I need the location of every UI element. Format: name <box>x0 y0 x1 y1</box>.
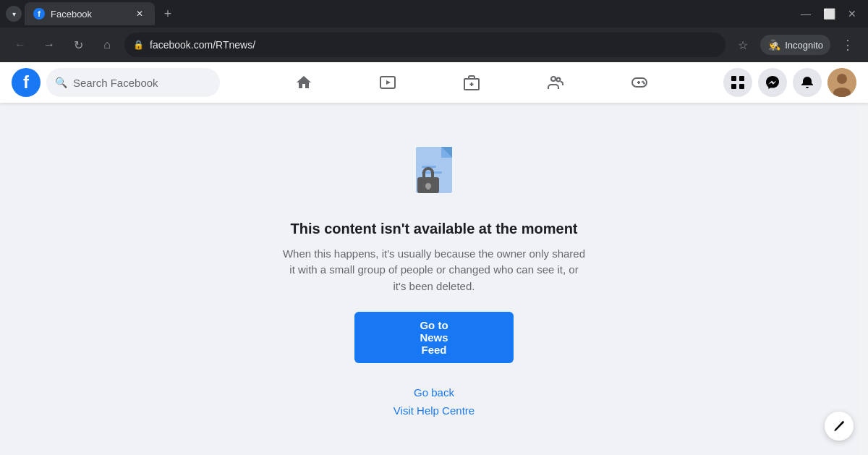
user-avatar[interactable] <box>827 68 856 97</box>
tab-dropdown-icon: ▾ <box>12 10 16 18</box>
address-text: facebook.com/RTnews/ <box>150 39 717 51</box>
notifications-button[interactable] <box>793 68 822 97</box>
incognito-button[interactable]: 🕵 Incognito <box>760 35 830 55</box>
address-security-icon: 🔒 <box>133 40 144 50</box>
facebook-header: f 🔍 Search Facebook <box>0 62 868 103</box>
search-icon: 🔍 <box>55 77 67 88</box>
apps-button[interactable] <box>723 68 752 97</box>
home-icon: ⌂ <box>103 38 111 51</box>
svg-marker-1 <box>386 80 391 85</box>
address-bar[interactable]: 🔒 facebook.com/RTnews/ <box>124 33 726 57</box>
maximize-button[interactable]: ⬜ <box>819 4 839 24</box>
go-back-link[interactable]: Go back <box>282 386 586 399</box>
error-title: This content isn't available at the mome… <box>282 221 586 237</box>
facebook-logo-letter: f <box>23 72 29 93</box>
nav-home[interactable] <box>263 65 344 100</box>
search-placeholder: Search Facebook <box>73 77 158 89</box>
svg-point-11 <box>644 83 644 84</box>
bookmark-icon: ☆ <box>738 38 748 52</box>
tab-favicon-letter: f <box>38 9 41 18</box>
svg-rect-14 <box>731 84 736 89</box>
home-button[interactable]: ⌂ <box>95 33 119 56</box>
browser-menu-icon: ⋮ <box>841 37 854 53</box>
svg-rect-26 <box>427 186 430 190</box>
back-button[interactable]: ← <box>9 33 32 56</box>
svg-rect-13 <box>739 76 744 81</box>
tab-favicon: f <box>33 8 45 20</box>
nav-groups[interactable] <box>515 65 596 100</box>
active-tab[interactable]: f Facebook ✕ <box>25 2 155 25</box>
svg-point-6 <box>557 78 561 82</box>
floating-edit-button[interactable] <box>825 412 854 441</box>
incognito-icon: 🕵 <box>767 38 780 51</box>
new-tab-button[interactable]: + <box>158 4 178 24</box>
svg-rect-15 <box>739 84 744 89</box>
scrollbar[interactable] <box>859 62 868 455</box>
forward-button[interactable]: → <box>38 33 61 56</box>
main-content: This content isn't available at the mome… <box>0 103 868 455</box>
nav-watch[interactable] <box>347 65 428 100</box>
svg-point-5 <box>551 77 556 81</box>
facebook-logo[interactable]: f <box>12 68 41 97</box>
minimize-icon: — <box>801 8 811 20</box>
svg-point-10 <box>642 82 643 82</box>
messenger-button[interactable] <box>758 68 787 97</box>
content-unavailable-icon <box>401 141 467 206</box>
maximize-icon: ⬜ <box>823 8 835 20</box>
nav-marketplace[interactable] <box>431 65 512 100</box>
new-tab-icon: + <box>164 7 172 22</box>
forward-icon: → <box>43 38 55 51</box>
facebook-nav <box>220 65 723 100</box>
bookmark-button[interactable]: ☆ <box>731 33 754 56</box>
error-container: This content isn't available at the mome… <box>282 141 586 417</box>
reload-button[interactable]: ↻ <box>67 33 90 56</box>
close-button[interactable]: ✕ <box>842 4 862 24</box>
browser-menu-button[interactable]: ⋮ <box>836 33 859 56</box>
incognito-label: Incognito <box>785 40 823 51</box>
tab-bar: ▾ f Facebook ✕ + <box>6 2 790 25</box>
svg-rect-12 <box>731 76 736 81</box>
minimize-button[interactable]: — <box>796 4 816 24</box>
nav-gaming[interactable] <box>599 65 680 100</box>
svg-point-17 <box>837 74 847 84</box>
search-bar[interactable]: 🔍 Search Facebook <box>46 68 220 97</box>
close-icon: ✕ <box>848 8 856 20</box>
error-description: When this happens, it's usually because … <box>282 246 586 295</box>
browser-titlebar: ▾ f Facebook ✕ + — ⬜ ✕ <box>0 0 868 27</box>
tab-dropdown-button[interactable]: ▾ <box>6 6 22 22</box>
tab-close-button[interactable]: ✕ <box>133 7 146 20</box>
visit-help-centre-link[interactable]: Visit Help Centre <box>282 404 586 417</box>
facebook-actions <box>723 68 856 97</box>
tab-title: Facebook <box>51 9 127 20</box>
window-controls: — ⬜ ✕ <box>796 4 862 24</box>
back-icon: ← <box>14 38 26 51</box>
go-to-news-feed-button[interactable]: Go to News Feed <box>354 312 514 363</box>
error-links: Go back Visit Help Centre <box>282 386 586 417</box>
reload-icon: ↻ <box>74 38 83 52</box>
browser-navbar: ← → ↻ ⌂ 🔒 facebook.com/RTnews/ ☆ 🕵 Incog… <box>0 27 868 62</box>
